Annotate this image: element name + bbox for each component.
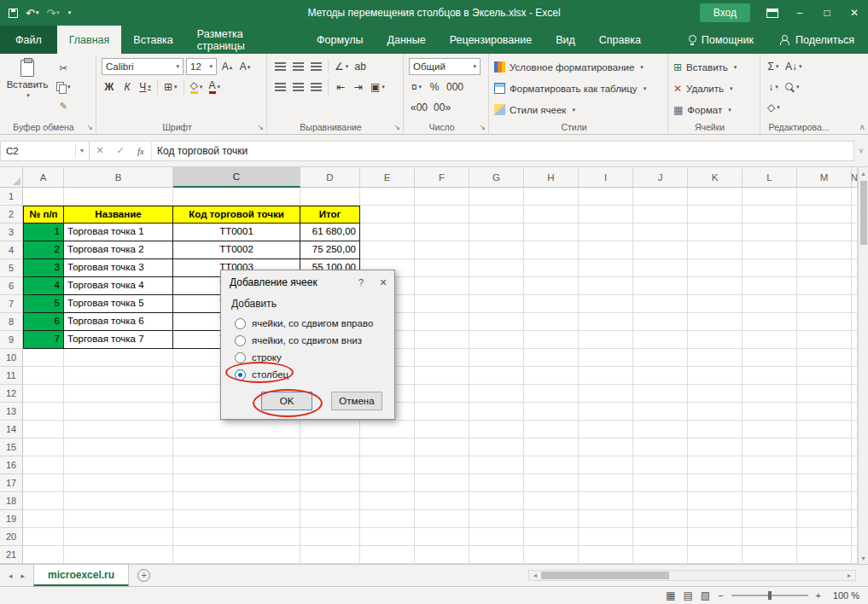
cell-C1[interactable]	[173, 188, 300, 206]
cell-A4[interactable]: 2	[23, 241, 64, 259]
cell-D1[interactable]	[300, 188, 360, 206]
cell-H3[interactable]	[524, 224, 579, 241]
cell-C15[interactable]	[173, 438, 300, 456]
cell-K3[interactable]	[688, 224, 743, 241]
number-dialog-launcher-icon[interactable]: ↘	[479, 123, 486, 131]
row-header-16[interactable]: 16	[0, 456, 23, 474]
ribbon-display-options-button[interactable]	[759, 0, 786, 26]
cell-K18[interactable]	[688, 492, 743, 510]
select-all-button[interactable]	[0, 167, 23, 188]
cell-A1[interactable]	[23, 188, 64, 206]
font-size-combo[interactable]: 12	[186, 58, 217, 75]
align-right-button[interactable]	[308, 78, 323, 96]
tab-view[interactable]: Вид	[544, 26, 587, 54]
cell-M17[interactable]	[797, 474, 852, 492]
share-button[interactable]: Поделиться	[766, 26, 868, 54]
cell-M18[interactable]	[797, 492, 852, 510]
cell-B11[interactable]	[64, 367, 173, 385]
column-header-K[interactable]: K	[688, 167, 743, 188]
row-header-17[interactable]: 17	[0, 474, 23, 492]
cell-M1[interactable]	[797, 188, 852, 206]
cell-D3[interactable]: 61 680,00	[300, 224, 360, 241]
cell-F13[interactable]	[415, 403, 469, 421]
cell-J20[interactable]	[633, 528, 688, 546]
ok-button[interactable]: OK	[261, 392, 312, 410]
tab-file[interactable]: Файл	[0, 26, 57, 54]
accounting-format-button[interactable]: ¤	[409, 78, 424, 96]
cell-H19[interactable]	[524, 510, 579, 528]
cell-G11[interactable]	[469, 367, 524, 385]
cell-F1[interactable]	[415, 188, 469, 206]
cell-G13[interactable]	[469, 403, 524, 421]
cell-K15[interactable]	[688, 438, 743, 456]
cell-J17[interactable]	[633, 474, 688, 492]
cell-G9[interactable]	[469, 331, 524, 349]
cell-J5[interactable]	[633, 259, 688, 277]
cell-I5[interactable]	[579, 259, 633, 277]
cell-N9[interactable]	[852, 331, 858, 349]
cell-G19[interactable]	[469, 510, 524, 528]
cell-E2[interactable]	[360, 206, 415, 224]
cell-A14[interactable]	[23, 421, 64, 438]
cell-N5[interactable]	[852, 259, 858, 277]
tab-assistant[interactable]: Помощник	[675, 26, 766, 54]
new-sheet-button[interactable]: +	[137, 569, 150, 582]
close-button[interactable]: ✕	[841, 0, 868, 26]
cell-H12[interactable]	[524, 385, 579, 403]
row-header-8[interactable]: 8	[0, 313, 23, 331]
cell-A6[interactable]: 4	[23, 277, 64, 295]
name-box[interactable]: C2 ▾	[0, 141, 90, 161]
align-bottom-button[interactable]	[308, 58, 323, 75]
sheet-nav-left-icon[interactable]: ◂	[9, 572, 13, 580]
cell-B7[interactable]: Торговая точка 5	[64, 295, 173, 313]
sign-in-button[interactable]: Вход	[700, 3, 750, 22]
copy-button[interactable]	[55, 78, 73, 96]
cell-F18[interactable]	[415, 492, 469, 510]
column-header-F[interactable]: F	[415, 167, 469, 188]
dialog-title-bar[interactable]: Добавление ячеек ? ✕	[221, 270, 394, 294]
cell-N17[interactable]	[852, 474, 858, 492]
cell-J19[interactable]	[633, 510, 688, 528]
cell-N16[interactable]	[852, 456, 858, 474]
increase-indent-button[interactable]: ⇥	[351, 78, 366, 96]
cell-L13[interactable]	[743, 403, 797, 421]
cell-N12[interactable]	[852, 385, 858, 403]
cell-B5[interactable]: Торговая точка 3	[64, 259, 173, 277]
underline-button[interactable]: Ч	[137, 78, 153, 96]
cell-F4[interactable]	[415, 241, 469, 259]
cell-J10[interactable]	[633, 349, 688, 367]
cell-H7[interactable]	[524, 295, 579, 313]
cell-E3[interactable]	[360, 224, 415, 241]
cell-A12[interactable]	[23, 385, 64, 403]
cell-F2[interactable]	[415, 206, 469, 224]
cell-F20[interactable]	[415, 528, 469, 546]
cell-G7[interactable]	[469, 295, 524, 313]
column-header-A[interactable]: A	[23, 167, 64, 188]
cell-N10[interactable]	[852, 349, 858, 367]
cell-L18[interactable]	[743, 492, 797, 510]
sort-filter-button[interactable]: А↓	[784, 58, 804, 75]
maximize-button[interactable]: □	[813, 0, 841, 26]
cell-J8[interactable]	[633, 313, 688, 331]
row-header-5[interactable]: 5	[0, 259, 23, 277]
column-header-E[interactable]: E	[360, 167, 415, 188]
cell-B12[interactable]	[64, 385, 173, 403]
zoom-out-button[interactable]: −	[718, 590, 723, 601]
cell-M5[interactable]	[797, 259, 852, 277]
tab-review[interactable]: Рецензирование	[438, 26, 545, 54]
cell-L16[interactable]	[743, 456, 797, 474]
fill-color-button[interactable]: ◇	[189, 78, 205, 96]
cell-E16[interactable]	[360, 456, 415, 474]
column-header-L[interactable]: L	[743, 167, 797, 188]
row-header-3[interactable]: 3	[0, 224, 23, 241]
row-header-13[interactable]: 13	[0, 403, 23, 421]
find-select-button[interactable]	[784, 78, 801, 96]
cell-H18[interactable]	[524, 492, 579, 510]
cell-M19[interactable]	[797, 510, 852, 528]
cell-C19[interactable]	[173, 510, 300, 528]
cell-M3[interactable]	[797, 224, 852, 241]
dialog-radio-row[interactable]: ячейки, со сдвигом вправо	[231, 315, 384, 332]
cell-H11[interactable]	[524, 367, 579, 385]
cell-K10[interactable]	[688, 349, 743, 367]
cell-B15[interactable]	[64, 438, 173, 456]
